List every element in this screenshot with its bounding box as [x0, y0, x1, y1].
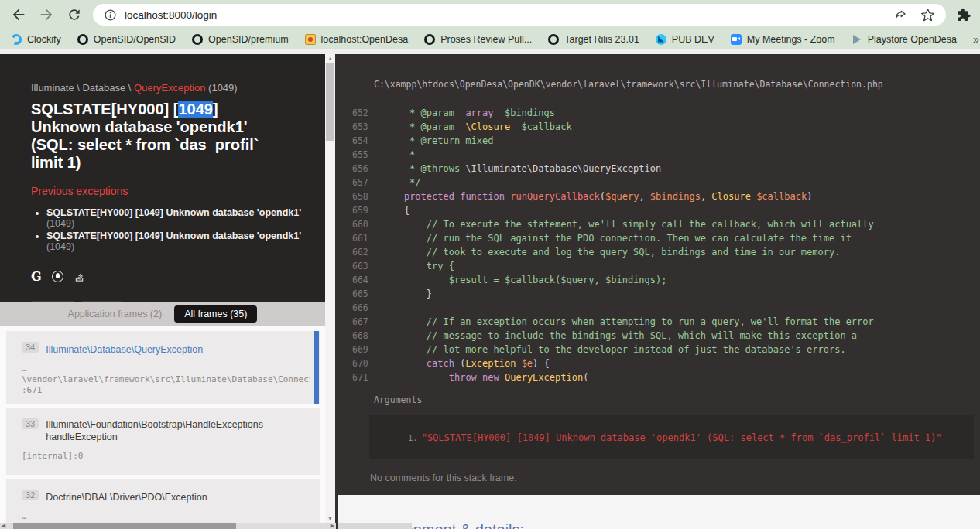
code-token: QueryException [505, 372, 583, 383]
code-line[interactable]: 654 * @return mixed [338, 134, 980, 148]
bookmark-item[interactable]: Playstore OpenDesa [852, 34, 957, 45]
code-line[interactable]: 661 // run the SQL against the PDO conne… [338, 231, 980, 245]
code-token: try { [382, 261, 454, 271]
code-line[interactable]: 662 // took to execute and log the query… [338, 245, 980, 259]
clockify-favicon-icon [11, 34, 22, 45]
code-line[interactable]: 669 // lot more helpful to the developer… [338, 343, 980, 357]
code-line[interactable]: 671 throw new QueryException( [338, 370, 980, 384]
frame-path-ellipsis: … [22, 363, 310, 374]
stack-frame[interactable]: 34Illuminate\Database\QueryException…\ve… [6, 331, 320, 404]
bookmark-item[interactable]: Target Rilis 23.01 [548, 34, 639, 45]
code-line[interactable]: 666 [338, 301, 980, 315]
code-text: * @param array $bindings [375, 106, 555, 120]
extensions-button[interactable] [954, 5, 972, 24]
code-line[interactable]: 660 // To execute the statement, we'll s… [338, 217, 980, 231]
code-token: { [382, 205, 409, 216]
code-line[interactable]: 665 } [338, 287, 980, 301]
code-line[interactable]: 667 // If an exception occurs when attem… [338, 315, 980, 329]
bookmark-item[interactable]: My Meetings - Zoom [731, 34, 835, 45]
line-number: 670 [338, 357, 375, 370]
scroll-up-arrow-icon[interactable]: ▲ [325, 55, 335, 63]
info-icon[interactable] [104, 9, 117, 22]
code-line[interactable]: 664 $result = $callback($query, $binding… [338, 273, 980, 287]
stack-frame[interactable]: 33Illuminate\Foundation\Bootstrap\Handle… [6, 408, 320, 475]
google-search-icon[interactable]: G [31, 269, 42, 284]
reload-button[interactable] [65, 5, 84, 24]
stack-frame[interactable]: 32Doctrine\DBAL\Driver\PDO\Exception…\ve… [6, 479, 320, 529]
bookmark-item[interactable]: Clockify [11, 34, 61, 45]
frame-path: [internal]:0 [22, 451, 310, 462]
previous-exception-text: SQLSTATE[HY000] [1049] Unknown database … [46, 230, 301, 241]
code-line[interactable]: 652 * @param array $bindings [338, 106, 980, 120]
vertical-scrollbar[interactable]: ▲ ▼ [325, 54, 335, 523]
code-token: Exception [465, 358, 516, 369]
tab-all-frames[interactable]: All frames (35) [174, 305, 257, 323]
stack-frames-section: Application frames (2) All frames (35) 3… [0, 302, 325, 529]
code-token: throw [449, 372, 477, 383]
code-token: * @throws [382, 163, 465, 174]
code-token: array [465, 108, 493, 118]
back-button[interactable] [9, 5, 28, 24]
bookmark-item[interactable]: OpenSID/premium [192, 34, 289, 45]
code-token: ( [600, 191, 605, 202]
forward-button[interactable] [37, 5, 56, 24]
bookmarks-overflow-chevron[interactable]: » [973, 33, 979, 46]
code-line[interactable]: 655 * [338, 148, 980, 162]
code-line[interactable]: 658 protected function runQueryCallback(… [338, 189, 980, 203]
opendesa-favicon-icon [305, 34, 316, 45]
frames-list: 34Illuminate\Database\QueryException…\ve… [0, 326, 325, 529]
horizontal-scrollbar[interactable]: ◀ ▶ [0, 523, 336, 529]
code-token: * [382, 149, 415, 160]
code-token: $result = $callback($query, $bindings); [382, 275, 666, 285]
code-text [375, 301, 382, 315]
line-number: 663 [338, 259, 375, 273]
bookmark-item[interactable]: Proses Review Pull... [424, 34, 532, 45]
star-bookmark-icon[interactable] [920, 8, 935, 22]
bookmark-item[interactable]: OpenSID/OpenSID [77, 34, 176, 45]
exception-panel: Illuminate \ Database \ QueryException (… [0, 54, 325, 529]
code-line[interactable]: 663 try { [338, 259, 980, 273]
previous-exception-item: SQLSTATE[HY000] [1049] Unknown database … [46, 207, 325, 229]
code-token: // lot more helpful to the developer ins… [382, 344, 846, 355]
code-line[interactable]: 653 * @param \Closure $callback [338, 120, 980, 134]
code-token: ) [807, 191, 812, 202]
code-line[interactable]: 657 */ [338, 176, 980, 189]
scroll-right-arrow-icon[interactable]: ▶ [329, 523, 336, 529]
code-token: , [639, 191, 649, 202]
code-token [382, 372, 449, 383]
line-number: 658 [338, 189, 375, 203]
code-token: // If an exception occurs when attemptin… [382, 316, 874, 327]
duckduckgo-search-icon[interactable] [52, 271, 63, 282]
share-icon[interactable] [893, 8, 908, 22]
address-bar[interactable]: localhost:8000/login [93, 4, 946, 26]
github-favicon-icon [548, 34, 559, 45]
frame-method: handleException [46, 431, 263, 443]
line-number: 667 [338, 315, 375, 329]
code-line[interactable]: 659 { [338, 203, 980, 217]
code-text: * @return mixed [375, 134, 494, 148]
scroll-down-arrow-icon[interactable]: ▼ [325, 515, 335, 523]
previous-exception-code: (1049) [46, 241, 325, 252]
bookmark-item[interactable]: localhost:OpenDesa [305, 34, 409, 45]
bookmark-label: OpenSID/OpenSID [94, 34, 176, 45]
vertical-scrollbar-thumb[interactable] [326, 63, 334, 141]
code-token: * @param [382, 121, 465, 132]
bookmark-label: PUB DEV [672, 34, 714, 45]
stackoverflow-search-icon[interactable] [74, 271, 85, 282]
environment-hscroll-thumb[interactable] [338, 523, 412, 529]
code-token [382, 358, 427, 369]
bookmark-item[interactable]: PUB DEV [656, 34, 714, 45]
frame-path-ellipsis: … [22, 511, 310, 522]
code-line[interactable]: 670 catch (Exception $e) { [338, 357, 980, 370]
scroll-left-arrow-icon[interactable]: ◀ [0, 523, 7, 529]
code-line[interactable]: 656 * @throws \Illuminate\Database\Query… [338, 162, 980, 176]
code-line[interactable]: 668 // message to include the bindings w… [338, 329, 980, 343]
browser-toolbar: localhost:8000/login [0, 0, 980, 29]
url-text[interactable]: localhost:8000/login [125, 9, 893, 21]
bookmark-label: Clockify [27, 34, 61, 45]
github-favicon-icon [192, 34, 203, 45]
code-text: // lot more helpful to the developer ins… [375, 343, 846, 357]
tab-application-frames[interactable]: Application frames (2) [68, 309, 163, 319]
frame-title: Doctrine\DBAL\Driver\PDO\Exception [46, 491, 207, 503]
horizontal-scrollbar-thumb[interactable] [13, 523, 236, 529]
